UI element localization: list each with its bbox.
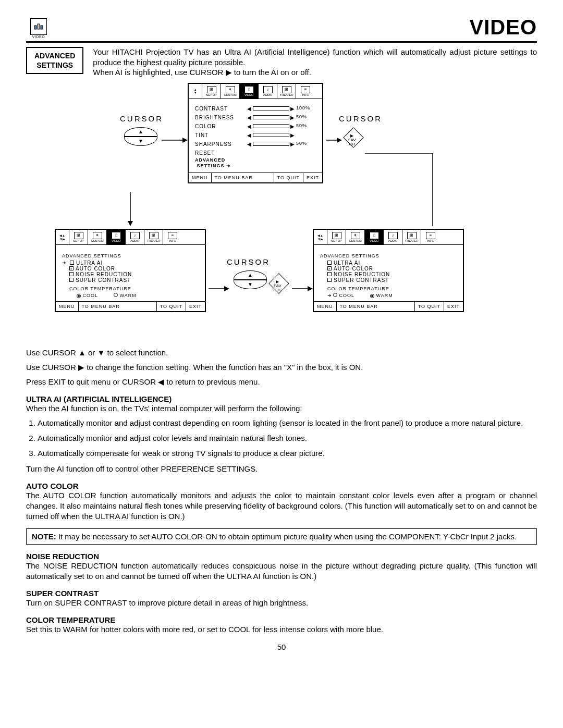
cursor-down-icon: ▼ xyxy=(124,137,157,146)
favch-button: ▶FAVCH xyxy=(343,127,364,148)
noise-heading: NOISE REDUCTION xyxy=(26,552,537,561)
tab-video: ▯VIDEO xyxy=(240,84,259,98)
color-temp-body: Set this to WARM for hotter colors with … xyxy=(26,624,537,635)
advanced-settings-box: ADVANCEDSETTINGS xyxy=(26,47,83,74)
osd-advanced-left: ◀▲▼▶ ⊞SET UP ✶CUSTOM ▯VIDEO ♪AUDIO ⊞THEA… xyxy=(55,229,206,312)
icon-label: VIDEO xyxy=(30,35,47,39)
item-auto-color: ×AUTO COLOR xyxy=(69,266,199,272)
osd-slider-row: BRIGHTNESS◀▶50% xyxy=(195,113,316,122)
instr-line: Use CURSOR ▶ to change the function sett… xyxy=(26,362,537,373)
svg-marker-9 xyxy=(224,286,229,291)
tab-audio: ♪AUDIO xyxy=(384,230,402,244)
item-super-contrast: SUPER CONTRAST xyxy=(69,277,199,283)
osd-footer: MENUTO MENU BARTO QUITEXIT xyxy=(56,301,205,311)
tab-setup: ⊞SET UP xyxy=(202,84,221,98)
cursor-down-icon: ▼ xyxy=(234,280,267,289)
noise-body: The NOISE REDUCTION function automatical… xyxy=(26,561,537,582)
svg-marker-4 xyxy=(182,138,188,143)
tab-info: ≡INFO xyxy=(163,230,182,244)
arrow-right-icon xyxy=(326,135,342,145)
note-box: NOTE: It may be necessary to set AUTO CO… xyxy=(26,528,537,545)
item-ultra-ai: ULTRA AI xyxy=(62,260,199,266)
tab-video: ▯VIDEO xyxy=(107,230,126,244)
arrow-right-icon xyxy=(292,283,313,294)
auto-color-heading: AUTO COLOR xyxy=(26,482,537,490)
ultra-ai-list: Automatically monitor and adjust contras… xyxy=(26,418,537,458)
tab-video: ▯VIDEO xyxy=(365,230,384,244)
tab-custom: ✶CUSTOM xyxy=(346,230,365,244)
page-number: 50 xyxy=(26,643,537,651)
ct-title: COLOR TEMPERATURE xyxy=(69,286,199,291)
tab-custom: ✶CUSTOM xyxy=(88,230,107,244)
svg-rect-0 xyxy=(34,26,36,29)
ct-cool: COOL xyxy=(327,293,354,298)
tab-theater: ⊞THEATER xyxy=(144,230,163,244)
tab-theater: ⊞THEATER xyxy=(402,230,421,244)
list-item: Automatically compensate for weak or str… xyxy=(38,449,537,458)
svg-marker-11 xyxy=(308,286,313,291)
instr-line: Press EXIT to quit menu or CURSOR ◀ to r… xyxy=(26,377,537,387)
favch-button: ▶FAVCH xyxy=(268,273,289,294)
arrow-right-icon xyxy=(209,283,229,294)
item-noise-reduction: NOISE REDUCTION xyxy=(69,272,199,277)
item-noise-reduction: NOISE REDUCTION xyxy=(327,272,457,277)
osd-video-menu: ▲▼ ⊞SET UP ✶CUSTOM ▯VIDEO ♪AUDIO ⊞THEATE… xyxy=(188,83,323,183)
ct-cool: COOL xyxy=(77,293,98,298)
adv-title: ADVANCED SETTINGS xyxy=(62,253,199,258)
tab-setup: ⊞SET UP xyxy=(69,230,88,244)
list-item: Automatically monitor and adjust color l… xyxy=(38,434,537,442)
tab-theater: ⊞THEATER xyxy=(277,84,296,98)
list-item: Automatically monitor and adjust contras… xyxy=(38,418,537,427)
color-temp-heading: COLOR TEMPERATURE xyxy=(26,615,537,624)
video-section-icon: VIDEO xyxy=(30,18,47,39)
connector-arrow-down xyxy=(102,192,133,229)
svg-rect-2 xyxy=(41,26,43,29)
tab-audio: ♪AUDIO xyxy=(259,84,277,98)
svg-marker-6 xyxy=(337,138,342,143)
item-super-contrast: SUPER CONTRAST xyxy=(327,277,457,283)
tab-custom: ✶CUSTOM xyxy=(221,84,240,98)
osd-slider-row: SHARPNESS◀▶50% xyxy=(195,140,316,149)
osd-reset: RESET xyxy=(195,149,316,157)
tab-info: ≡INFO xyxy=(296,84,315,98)
item-ultra-ai: ULTRA AI xyxy=(327,260,457,266)
connector-arrow xyxy=(365,153,438,231)
osd-slider-row: COLOR◀▶50% xyxy=(195,122,316,131)
page-title: VIDEO xyxy=(26,16,537,39)
instr-line: Use CURSOR ▲ or ▼ to select function. xyxy=(26,348,537,358)
arrow-right-icon xyxy=(162,135,188,145)
cursor-pad-updown: ▲ ▼ xyxy=(123,127,159,146)
ct-title: COLOR TEMPERATURE xyxy=(327,286,457,291)
intro-text: Your HITACHI Projection TV has an Ultra … xyxy=(93,47,537,78)
osd-slider-row: CONTRAST◀▶100% xyxy=(195,104,316,113)
osd-slider-row: TINT◀▶ xyxy=(195,131,316,140)
nav-arrows-icon: ◀▲▼▶ xyxy=(56,230,69,244)
nav-arrows-icon: ▲▼ xyxy=(189,84,202,98)
tab-audio: ♪AUDIO xyxy=(126,230,144,244)
osd-footer: MENUTO MENU BARTO QUITEXIT xyxy=(314,301,463,311)
cursor-up-icon: ▲ xyxy=(124,127,157,137)
cursor-label: CURSOR xyxy=(120,114,163,123)
tab-setup: ⊞SET UP xyxy=(327,230,346,244)
tab-info: ≡INFO xyxy=(421,230,440,244)
auto-color-body: The AUTO COLOR function automatically mo… xyxy=(26,490,537,522)
svg-rect-1 xyxy=(38,24,40,29)
ultra-ai-off: Turn the AI function off to control othe… xyxy=(26,464,537,474)
cursor-label: CURSOR xyxy=(339,114,382,123)
super-contrast-body: Turn on SUPER CONTRAST to improve pictur… xyxy=(26,598,537,608)
cursor-label: CURSOR xyxy=(227,257,270,266)
osd-advanced-right: ◀▲▼▶ ⊞SET UP ✶CUSTOM ▯VIDEO ♪AUDIO ⊞THEA… xyxy=(313,229,464,312)
osd-diagram: CURSOR ▲ ▼ CURSOR ▶FAVCH ▲▼ ⊞SET UP ✶CUS… xyxy=(26,83,537,343)
ultra-ai-intro: When the AI function is on, the TVs' int… xyxy=(26,403,537,414)
ct-warm: WARM xyxy=(370,293,393,298)
nav-arrows-icon: ◀▲▼▶ xyxy=(314,230,327,244)
svg-marker-7 xyxy=(128,221,133,226)
osd-footer: MENUTO MENU BARTO QUITEXIT xyxy=(189,172,322,182)
super-contrast-heading: SUPER CONTRAST xyxy=(26,589,537,598)
title-rule xyxy=(26,41,537,43)
item-auto-color: ×AUTO COLOR xyxy=(327,266,457,272)
ct-warm: WARM xyxy=(114,293,137,298)
ultra-ai-heading: ULTRA AI (ARTIFICIAL INTELLIGENCE) xyxy=(26,394,537,403)
osd-advanced-link: ADVANCED SETTINGS ➜ xyxy=(195,157,316,169)
adv-title: ADVANCED SETTINGS xyxy=(320,253,457,258)
